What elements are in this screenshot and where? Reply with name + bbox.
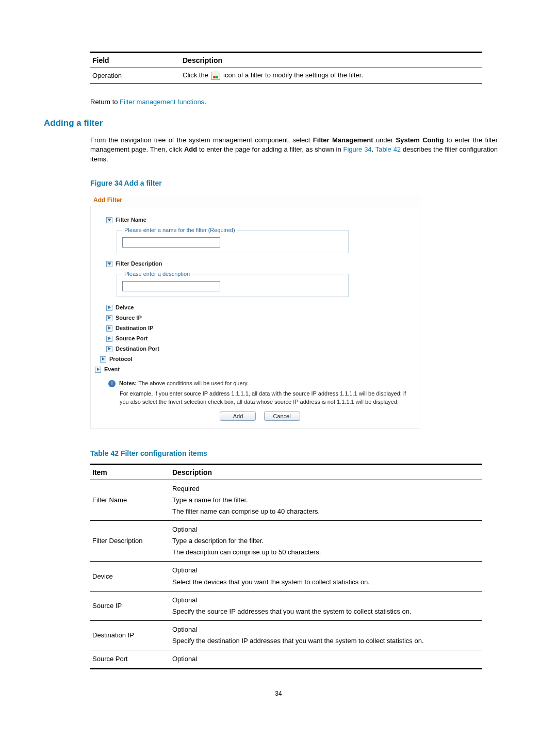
row-destination-ip[interactable]: Destination IP [105,323,415,333]
cell-description: OptionalType a description for the filte… [170,521,482,562]
table-label: Table 42 Filter configuration items [90,449,498,457]
col-description: Description [181,53,482,68]
col-field: Field [90,53,181,68]
notes-block: i Notes: The above conditions will be us… [108,380,415,406]
row-source-port[interactable]: Source Port [105,333,415,343]
t: . [372,145,375,153]
t: to enter the page for adding a filter, a… [197,145,343,153]
table-row: DeviceOptionalSelect the devices that yo… [90,562,482,591]
notes-heading: Notes: [119,380,137,386]
row-protocol[interactable]: Protocol [99,354,415,364]
label-destination-ip: Destination IP [116,325,153,331]
field-description-table: Field Description Operation Click the ic… [90,52,482,84]
b: Add [184,145,197,153]
expand-right-icon [105,314,112,321]
return-prefix: Return to [90,98,120,106]
cell-item: Filter Name [90,480,170,520]
cell-description: RequiredType a name for the filter.The f… [170,480,482,520]
cell-item: Device [90,562,170,591]
t: From the navigation tree of the system m… [90,136,313,144]
input-filter-name[interactable] [122,237,220,248]
add-button[interactable]: Add [220,412,256,421]
cell-field: Operation [90,68,181,84]
expand-right-icon [105,335,112,342]
form-title: Add Filter [90,194,420,206]
modify-filter-icon [211,72,220,80]
label-source-ip: Source IP [116,315,142,321]
return-suffix: . [204,98,206,106]
legend-filter-description: Please enter a description [122,271,192,277]
cell-description: OptionalSpecify the source IP addresses … [170,591,482,620]
label-device: Deivce [116,304,134,310]
expand-right-icon [105,345,112,352]
col-description: Description [170,464,482,480]
filter-config-table: Item Description Filter NameRequiredType… [90,464,482,669]
table-row: Filter NameRequiredType a name for the f… [90,480,482,520]
fieldset-filter-name: Please enter a name for the filter (Requ… [117,227,349,253]
row-filter-description[interactable]: Filter Description [105,258,415,269]
table-row: Source IPOptionalSpecify the source IP a… [90,591,482,620]
notes-example: For example, if you enter source IP addr… [120,390,415,406]
button-row: Add Cancel [105,412,415,421]
t: under [373,136,396,144]
figure-link[interactable]: Figure 34 [343,145,371,153]
desc-before: Click the [183,71,210,79]
label-filter-name: Filter Name [116,217,146,223]
cell-item: Source Port [90,650,170,669]
row-device[interactable]: Deivce [105,302,415,313]
expand-right-icon [105,324,112,332]
label-source-port: Source Port [116,335,148,341]
intro-paragraph: From the navigation tree of the system m… [90,136,498,165]
cancel-button[interactable]: Cancel [264,412,300,421]
expand-down-icon [105,216,112,223]
cell-item: Filter Description [90,521,170,562]
cell-description: Click the icon of a filter to modify the… [181,68,482,84]
return-line: Return to Filter management functions. [90,98,498,106]
cell-description: OptionalSpecify the destination IP addre… [170,620,482,650]
label-filter-description: Filter Description [116,260,162,267]
cell-description: OptionalSelect the devices that you want… [170,562,482,591]
section-heading: Adding a filter [44,118,498,128]
expand-right-icon [99,355,106,363]
desc-after: icon of a filter to modify the settings … [223,71,363,79]
return-link[interactable]: Filter management functions [120,98,204,106]
input-filter-description[interactable] [122,281,220,291]
col-item: Item [90,464,170,480]
row-source-ip[interactable]: Source IP [105,313,415,323]
b: System Config [396,136,444,144]
figure-label: Figure 34 Add a filter [90,179,498,187]
row-destination-port[interactable]: Destination Port [105,343,415,354]
fieldset-filter-description: Please enter a description [117,271,349,297]
table-row: Filter DescriptionOptionalType a descrip… [90,521,482,562]
info-icon: i [108,380,116,387]
expand-down-icon [105,260,112,267]
add-filter-form: Add Filter Filter Name Please enter a na… [90,194,420,429]
legend-filter-name: Please enter a name for the filter (Requ… [122,227,237,233]
notes-heading-rest: The above conditions will be used for qu… [138,380,249,386]
table-row: Source PortOptional [90,650,482,669]
row-filter-name[interactable]: Filter Name [105,215,415,225]
cell-description: Optional [170,650,482,669]
expand-right-icon [105,304,112,311]
expand-right-icon [94,366,101,373]
table-row: Destination IPOptionalSpecify the destin… [90,620,482,650]
label-event: Event [104,366,120,372]
table-link[interactable]: Table 42 [375,145,401,153]
label-destination-port: Destination Port [116,346,159,352]
cell-item: Destination IP [90,620,170,650]
page: Field Description Operation Click the ic… [0,0,557,718]
form-body: Filter Name Please enter a name for the … [90,206,420,429]
label-protocol: Protocol [109,356,133,362]
b: Filter Management [313,136,373,144]
page-number: 34 [59,690,498,697]
cell-item: Source IP [90,591,170,620]
row-event[interactable]: Event [94,364,415,374]
